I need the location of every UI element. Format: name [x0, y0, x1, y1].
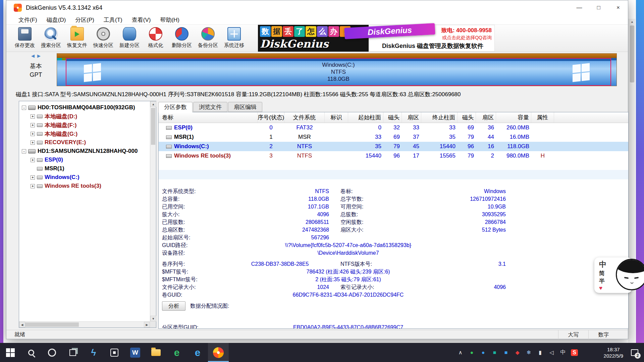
task-view-button[interactable] [62, 343, 83, 362]
scroll-down-icon[interactable]: ▼ [150, 316, 156, 321]
word-app-button[interactable]: W [125, 343, 146, 362]
menu-item[interactable]: 查看(V) [127, 15, 156, 25]
partition-segment-windows-c[interactable]: Windows(C:) NTFS 118.0GB [66, 58, 611, 86]
tree-item[interactable]: MSR(1) [20, 164, 149, 173]
tray-icon[interactable]: ∧ [455, 343, 466, 362]
caps-indicator: 大写 [558, 330, 588, 339]
tab[interactable]: 浏览文件 [193, 102, 227, 112]
expand-toggle-icon[interactable]: + [31, 114, 35, 119]
scrollbar-thumb[interactable] [151, 108, 155, 145]
scroll-right-icon[interactable]: ▶ [144, 322, 150, 327]
maximize-button[interactable]: □ [589, 0, 608, 15]
tree-item[interactable]: + 本地磁盘(F:) [20, 121, 149, 129]
cortana-button[interactable] [42, 343, 62, 362]
tree-item[interactable]: + Windows(C:) [20, 173, 149, 182]
expand-toggle-icon[interactable]: - [22, 106, 26, 110]
tree-item[interactable]: + 本地磁盘(G:) [20, 129, 149, 138]
scrollbar-thumb[interactable] [25, 322, 79, 327]
toolbar-button[interactable]: 搜索分区 [38, 25, 64, 51]
pinned-app-bolt[interactable]: ϟ [83, 343, 104, 362]
scroll-left-icon[interactable]: ◀ [19, 322, 25, 327]
toolbar-button[interactable]: 恢复文件 [64, 25, 90, 51]
expand-toggle-icon[interactable]: + [31, 175, 35, 180]
ad-qq-link[interactable]: 或点击此处选择QQ咨询 [409, 35, 492, 41]
pinned-app-grid[interactable] [104, 343, 125, 362]
tray-icon[interactable]: ● [478, 343, 489, 362]
toolbar-button[interactable]: 删除分区 [169, 25, 195, 51]
menu-item[interactable]: 帮助(H) [155, 15, 184, 25]
column-header: 磁头 [458, 112, 476, 123]
browser-green-button[interactable]: e [166, 343, 187, 362]
partition-row[interactable]: ESP(0) 0 FAT32 0 32 33 33 69 36 260.0MB [159, 123, 628, 132]
toolbar-button[interactable]: 快速分区 [90, 25, 116, 51]
tray-icon[interactable]: ■ [500, 343, 512, 362]
tree-item[interactable]: - HD1:SAMSUNGMZNLN128HAHQ-000 [20, 147, 149, 156]
taskbar-search-button[interactable] [21, 343, 42, 362]
file-explorer-button[interactable] [146, 343, 166, 362]
prev-disk-icon[interactable]: ◀ [31, 53, 37, 58]
tray-icon[interactable]: ◁ [546, 343, 557, 362]
disk-nav-arrows[interactable]: ◀▶ [31, 53, 43, 58]
menu-item[interactable]: 工具(T) [99, 15, 127, 25]
tree-item[interactable]: + RECOVERY(E:) [20, 138, 149, 147]
tray-icon[interactable]: ■ [489, 343, 500, 362]
next-disk-icon[interactable]: ▶ [37, 53, 43, 58]
menu-item[interactable]: 文件(F) [14, 15, 42, 25]
menu-item[interactable]: 分区(P) [70, 15, 99, 25]
desktop-pet-avatar[interactable] [616, 259, 644, 290]
partition-segment-msr[interactable] [62, 58, 66, 86]
attr-cell [531, 132, 554, 142]
partition-row[interactable]: Windows RE tools(3) 3 NTFS 15440 96 17 1… [159, 151, 628, 161]
scroll-up-icon[interactable]: ▲ [629, 19, 635, 25]
detail-value: C238-DB37-38DB-28E5 [231, 260, 329, 268]
tree-vertical-scrollbar[interactable]: ▲ ▼ [150, 101, 156, 321]
tree-item[interactable]: + 本地磁盘(D:) [20, 112, 149, 121]
partition-segment-re-tools[interactable] [611, 58, 616, 86]
partition-row[interactable]: Windows(C:) 2 NTFS 35 79 45 15440 96 16 … [159, 142, 628, 151]
scrollbar-thumb[interactable] [630, 25, 634, 82]
minimize-button[interactable]: — [570, 0, 589, 15]
toolbar-button[interactable]: 保存更改 [12, 25, 38, 51]
expand-toggle-icon[interactable]: + [31, 184, 35, 188]
tray-icon[interactable]: ● [466, 343, 478, 362]
toolbar-button[interactable]: 备份分区 [195, 25, 221, 51]
ad-banner[interactable]: 数据丢了怎么办！ DiskGenius 致电: 400-008-9958 或点击… [258, 25, 495, 52]
tree-item[interactable]: + Windows RE tools(3) [20, 182, 149, 190]
browser-scrollbar[interactable]: ▲ [629, 19, 635, 343]
tray-icon[interactable]: S [569, 343, 580, 362]
tree-item[interactable]: + ESP(0) [20, 156, 149, 164]
tree-horizontal-scrollbar[interactable]: ◀ ▶ [19, 321, 150, 327]
taskbar-clock[interactable]: 18:37 2022/5/9 [604, 346, 623, 359]
expand-toggle-icon[interactable]: - [22, 149, 26, 154]
toolbar-button[interactable]: 新建分区 [116, 25, 143, 51]
menu-item[interactable]: 磁盘(D) [42, 15, 71, 25]
toolbar-button[interactable]: 系统迁移 [221, 25, 247, 51]
toolbar-button[interactable]: 格式化 [143, 25, 169, 51]
expand-toggle-icon[interactable]: + [31, 158, 35, 162]
tab[interactable]: 分区参数 [158, 102, 193, 112]
diskgenius-taskbar-button[interactable] [208, 343, 229, 362]
tree-item[interactable]: - HD0:TOSHIBAMQ04ABF100(932GB) [20, 103, 149, 112]
partition-row[interactable]: MSR(1) 1 MSR 33 69 37 35 79 44 16.0MB [159, 132, 628, 142]
windows-logo-icon [6, 348, 15, 357]
close-button[interactable]: × [608, 0, 628, 15]
action-center-button[interactable]: 2 [627, 343, 643, 362]
start-cylinder-cell: 0 [348, 123, 383, 132]
expand-toggle-icon[interactable]: + [31, 140, 35, 145]
tray-icon[interactable]: 中 [557, 343, 569, 362]
tray-icon[interactable]: ◆ [512, 343, 523, 362]
partition-segment-esp[interactable] [57, 58, 62, 86]
expand-toggle-icon[interactable]: + [31, 123, 35, 127]
expand-toggle-icon[interactable]: + [31, 132, 35, 136]
start-button[interactable] [0, 343, 21, 362]
edge-button[interactable]: e [187, 343, 208, 362]
tray-icon[interactable]: ❄ [523, 343, 535, 362]
window-title: DiskGenius V5.4.3.1342 x64 [26, 4, 102, 11]
titlebar[interactable]: DiskGenius V5.4.3.1342 x64 — □ × [6, 0, 628, 15]
detail-value: 126710972416 [401, 195, 506, 203]
tab[interactable]: 扇区编辑 [228, 102, 262, 112]
seq-cell: 1 [258, 132, 284, 142]
scroll-up-icon[interactable]: ▲ [150, 101, 156, 107]
tray-icon[interactable]: ▮ [535, 343, 546, 362]
analyze-button[interactable]: 分析 [162, 301, 185, 311]
